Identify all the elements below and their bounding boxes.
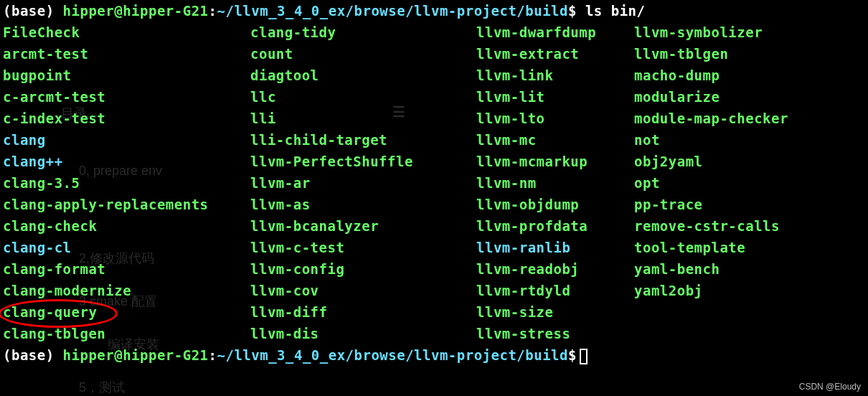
listing-col-1: FileCheckarcmt-testbugpointc-arcmt-testc… [3,22,250,344]
colon: : [209,3,217,19]
user-host: hipper@hipper-G21 [63,3,209,19]
file-entry: llvm-profdata [476,215,634,237]
watermark: CSDN @Eloudy [799,382,861,392]
file-entry: llvm-bcanalyzer [250,215,476,237]
cwd-path: ~/llvm_3_4_0_ex/browse/llvm-project/buil… [217,347,569,363]
file-entry: c-index-test [3,108,250,129]
conda-env: (base) [3,347,63,363]
file-entry: llvm-lit [476,86,634,108]
listing-col-4: llvm-symbolizerllvm-tblgenmacho-dumpmodu… [634,22,865,344]
file-entry: llvm-stress [476,323,634,344]
file-entry: macho-dump [634,65,865,86]
ghost-text: 5，测试 [79,379,125,396]
file-entry: llvm-extract [476,43,634,65]
file-entry: clang-tidy [250,22,476,43]
file-entry: lli-child-target [250,129,476,151]
file-entry: clang-query [3,301,250,323]
file-entry: llvm-c-test [250,237,476,258]
file-entry: clang-3.5 [3,172,250,194]
file-entry: module-map-checker [634,108,865,129]
file-entry: opt [634,172,865,194]
file-entry: llvm-PerfectShuffle [250,151,476,172]
file-entry: modularize [634,86,865,108]
file-entry: c-arcmt-test [3,86,250,108]
file-entry: llvm-readobj [476,258,634,280]
file-entry: tool-template [634,237,865,258]
file-entry: llvm-mc [476,129,634,151]
prompt-line-2: (base) hipper@hipper-G21:~/llvm_3_4_0_ex… [3,344,865,366]
file-entry: clang-check [3,215,250,237]
file-entry: clang-format [3,258,250,280]
file-entry: llvm-ranlib [476,237,634,258]
file-entry: llvm-symbolizer [634,22,865,43]
file-entry: llvm-lto [476,108,634,129]
user-host: hipper@hipper-G21 [63,347,209,363]
file-entry: FileCheck [3,22,250,43]
file-entry: llvm-dwarfdump [476,22,634,43]
file-entry: count [250,43,476,65]
file-entry: clang [3,129,250,151]
file-entry: bugpoint [3,65,250,86]
prompt-dollar: $ [568,3,577,19]
terminal-output: (base) hipper@hipper-G21:~/llvm_3_4_0_ex… [0,0,868,366]
ls-output: FileCheckarcmt-testbugpointc-arcmt-testc… [3,22,865,344]
file-entry: llvm-size [476,301,634,323]
file-entry: llvm-rtdyld [476,280,634,301]
file-entry: llvm-objdump [476,194,634,215]
conda-env: (base) [3,3,63,19]
file-entry: clang++ [3,151,250,172]
file-entry: llvm-ar [250,172,476,194]
file-entry: llvm-config [250,258,476,280]
file-entry: clang-apply-replacements [3,194,250,215]
command-text[interactable]: ls bin/ [585,3,646,19]
listing-col-2: clang-tidycountdiagtoolllcllilli-child-t… [250,22,476,344]
file-entry: llvm-diff [250,301,476,323]
cwd-path: ~/llvm_3_4_0_ex/browse/llvm-project/buil… [217,3,569,19]
terminal-cursor[interactable] [580,349,588,364]
file-entry: llvm-link [476,65,634,86]
file-entry: pp-trace [634,194,865,215]
file-entry: llvm-mcmarkup [476,151,634,172]
file-entry: clang-tblgen [3,323,250,344]
file-entry: remove-cstr-calls [634,215,865,237]
file-entry: yaml-bench [634,258,865,280]
file-entry: arcmt-test [3,43,250,65]
colon: : [209,347,217,363]
prompt-dollar: $ [568,347,577,363]
file-entry: obj2yaml [634,151,865,172]
file-entry: clang-cl [3,237,250,258]
file-entry: llvm-tblgen [634,43,865,65]
file-entry: lli [250,108,476,129]
file-entry: llvm-nm [476,172,634,194]
listing-col-3: llvm-dwarfdumpllvm-extractllvm-linkllvm-… [476,22,634,344]
prompt-line-1: (base) hipper@hipper-G21:~/llvm_3_4_0_ex… [3,0,865,22]
file-entry: yaml2obj [634,280,865,301]
file-entry: llc [250,86,476,108]
file-entry: llvm-as [250,194,476,215]
file-entry: llvm-cov [250,280,476,301]
file-entry: clang-modernize [3,280,250,301]
file-entry: not [634,129,865,151]
file-entry: diagtool [250,65,476,86]
file-entry: llvm-dis [250,323,476,344]
